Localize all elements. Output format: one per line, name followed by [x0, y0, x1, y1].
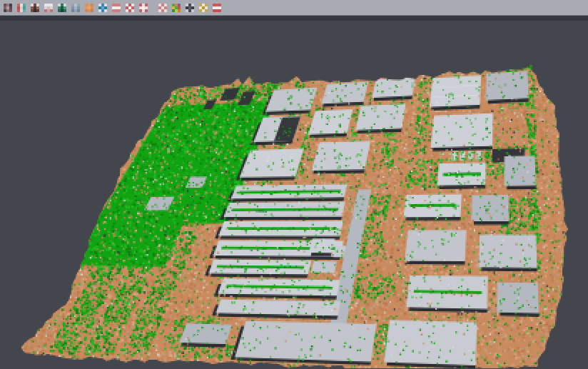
dem-terrain-icon [31, 4, 39, 12]
tin-surface-icon [58, 4, 66, 12]
ortho-image-icon [85, 4, 93, 12]
toolbar-button-cut-cross[interactable] [196, 1, 210, 14]
layer-list-icon [112, 4, 121, 12]
toolbar-button-tin-surface[interactable] [55, 1, 69, 14]
scalar-field-icon [71, 4, 80, 12]
toolbar-gap-strip [0, 16, 588, 21]
toolbar-separator [150, 1, 156, 14]
point-set-icon [44, 4, 53, 12]
application-window [0, 0, 588, 369]
toolbar-button-ortho-image[interactable] [82, 1, 96, 14]
toolbar-button-layer-list[interactable] [109, 1, 123, 14]
registration-icon [17, 4, 26, 12]
sync-globe-icon [98, 4, 107, 12]
toolbar-button-scalar-field[interactable] [69, 1, 82, 14]
crop-marks-icon [139, 4, 148, 12]
annotate-icon [158, 4, 167, 12]
toolbar-button-crop-marks[interactable] [136, 1, 150, 14]
render-sphere-icon [186, 4, 194, 12]
report-card-icon [213, 4, 221, 12]
toolbar-button-sync-globe[interactable] [96, 1, 109, 14]
viewport-3d[interactable] [0, 21, 588, 368]
toolbar-button-open-project[interactable] [1, 1, 14, 14]
toolbar-button-render-sphere[interactable] [183, 1, 196, 14]
classification-icon [172, 4, 181, 12]
toolbar-button-dem-terrain[interactable] [28, 1, 41, 14]
toolbar-button-report-card[interactable] [210, 1, 223, 14]
toolbar-button-registration[interactable] [14, 1, 28, 14]
cut-cross-icon [199, 4, 208, 12]
point-cloud-canvas[interactable] [0, 21, 588, 368]
toolbar [0, 0, 588, 16]
toolbar-button-select-circle[interactable] [123, 1, 136, 14]
open-project-icon [4, 4, 12, 12]
toolbar-button-classification[interactable] [169, 1, 183, 14]
toolbar-button-annotate[interactable] [156, 1, 169, 14]
toolbar-button-point-set[interactable] [41, 1, 55, 14]
select-circle-icon [126, 4, 134, 12]
